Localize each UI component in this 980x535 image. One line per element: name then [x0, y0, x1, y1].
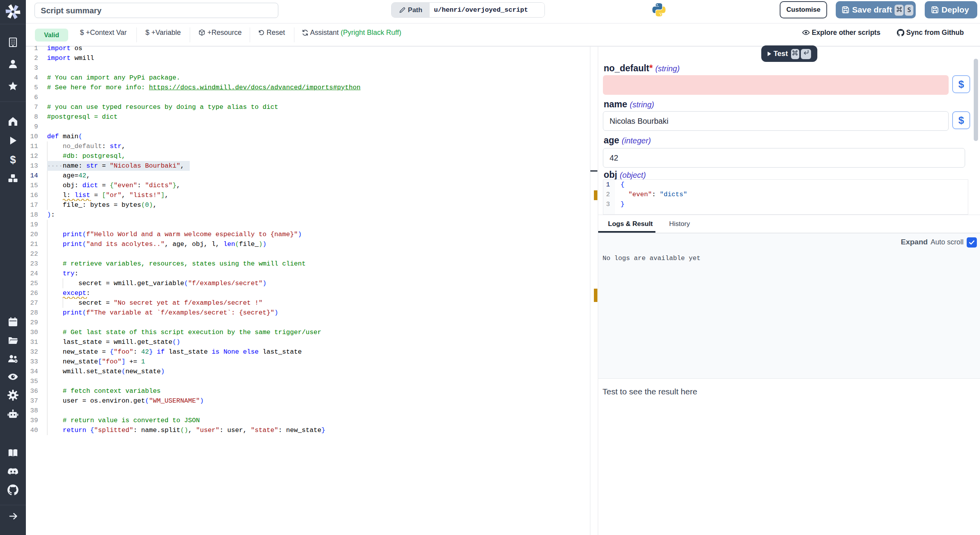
svg-text:$: $ — [10, 154, 16, 165]
